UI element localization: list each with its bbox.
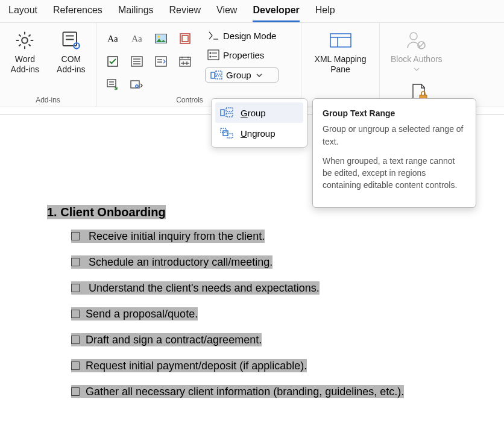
list-item: Draft and sign a contract/agreement.	[86, 334, 262, 346]
block-authors-button: Block Authors	[391, 29, 443, 72]
com-addins-button[interactable]: COM Add-ins	[52, 29, 90, 75]
building-block-control-button[interactable]	[177, 31, 194, 46]
svg-rect-45	[221, 110, 224, 116]
rich-text-control-button[interactable]: Aa	[104, 31, 121, 46]
svg-point-6	[157, 36, 160, 38]
svg-rect-36	[216, 71, 222, 74]
xml-mapping-icon	[329, 29, 352, 52]
ribbon-tabs: Layout References Mailings Review View D…	[0, 0, 504, 23]
svg-rect-17	[180, 57, 191, 66]
ribbon-group-mapping: XML Mapping Pane	[301, 23, 380, 107]
tab-mailings[interactable]: Mailings	[118, 5, 154, 22]
checkbox-icon	[71, 336, 80, 344]
word-addins-button[interactable]: Word Add-ins	[6, 29, 44, 75]
checkbox-icon	[71, 232, 80, 240]
properties-icon	[207, 49, 219, 60]
plain-text-control-button[interactable]: Aa	[128, 31, 145, 46]
tab-developer[interactable]: Developer	[253, 5, 299, 22]
ungroup-icon	[220, 128, 233, 139]
tab-review[interactable]: Review	[169, 5, 201, 22]
tooltip-title: Group Text Range	[323, 107, 466, 119]
design-mode-button[interactable]: Design Mode	[205, 29, 279, 42]
svg-rect-24	[107, 80, 116, 87]
group-dropdown: GGrouproup UUngroupngroup	[211, 98, 307, 148]
design-mode-icon	[207, 30, 219, 41]
authors-icon	[405, 29, 428, 52]
group-tooltip: Group Text Range Group or ungroup a sele…	[312, 98, 476, 208]
dropdown-ungroup[interactable]: UUngroupngroup	[215, 123, 303, 143]
svg-point-28	[136, 85, 138, 87]
svg-rect-38	[330, 34, 351, 47]
svg-rect-47	[226, 113, 233, 117]
dropdown-group-label: GGrouproup	[241, 108, 266, 118]
date-picker-control-button[interactable]	[177, 54, 194, 69]
repeating-section-control-button[interactable]	[104, 77, 121, 92]
tab-help[interactable]: Help	[315, 5, 335, 22]
xml-mapping-button[interactable]: XML Mapping Pane	[312, 29, 368, 75]
properties-gear-icon	[60, 29, 83, 52]
svg-rect-35	[211, 72, 215, 78]
legacy-tools-button[interactable]	[128, 77, 145, 92]
ribbon-group-controls: Aa Aa	[96, 23, 301, 107]
svg-rect-8	[182, 36, 188, 42]
group-label: Group	[226, 70, 251, 80]
chevron-down-icon	[414, 67, 420, 72]
ribbon-group-protect: Block Authors Restrict Editing	[380, 23, 458, 107]
chevron-down-icon	[256, 72, 262, 78]
svg-line-43	[419, 43, 424, 48]
document-content[interactable]: 1. Client Onboarding Receive initial inq…	[0, 205, 504, 398]
group-icon	[220, 107, 233, 118]
svg-point-33	[210, 56, 211, 57]
checkbox-control-button[interactable]	[104, 54, 121, 69]
group-icon	[210, 70, 222, 80]
svg-rect-37	[216, 76, 222, 79]
tooltip-p2: When grouped, a text range cannot be edi…	[323, 155, 466, 192]
block-authors-label: Block Authors	[391, 54, 443, 64]
doc-heading: 1. Client Onboarding	[47, 205, 166, 219]
checkbox-icon	[71, 387, 80, 396]
tab-references[interactable]: References	[53, 5, 102, 22]
group-button[interactable]: Group	[205, 67, 279, 83]
word-addins-label: Word Add-ins	[6, 54, 44, 75]
list-item: Schedule an introductory call/meeting.	[89, 256, 272, 268]
tab-view[interactable]: View	[216, 5, 237, 22]
tooltip-p1: Group or ungroup a selected range of tex…	[323, 123, 466, 148]
properties-label: Properties	[223, 50, 264, 60]
list-item: Receive initial inquiry from the client.	[89, 230, 265, 242]
checkbox-icon	[71, 284, 80, 292]
svg-point-0	[22, 37, 28, 43]
list-item: Gather all necessary client information …	[86, 386, 404, 398]
list-item: Send a proposal/quote.	[86, 308, 198, 320]
svg-point-41	[410, 33, 417, 40]
checkbox-icon	[71, 310, 80, 318]
design-mode-label: Design Mode	[223, 31, 276, 41]
checkbox-icon	[71, 361, 80, 370]
dropdown-group[interactable]: GGrouproup	[215, 102, 303, 123]
gear-icon	[13, 29, 36, 52]
dropdown-control-button[interactable]	[153, 54, 169, 69]
com-addins-label: COM Add-ins	[52, 54, 90, 75]
properties-button[interactable]: Properties	[205, 48, 279, 61]
ribbon: Word Add-ins COM Add-ins Add-ins Aa Aa	[0, 23, 504, 107]
list-item: Request initial payment/deposit (if appl…	[86, 360, 307, 372]
dropdown-ungroup-label: UUngroupngroup	[241, 128, 276, 139]
svg-rect-46	[226, 108, 233, 111]
svg-rect-50	[223, 131, 228, 136]
svg-point-31	[210, 52, 211, 54]
checkbox-icon	[71, 258, 80, 266]
picture-control-button[interactable]	[153, 31, 169, 46]
ribbon-group-addins: Word Add-ins COM Add-ins Add-ins	[0, 23, 96, 107]
combobox-control-button[interactable]	[128, 54, 145, 69]
tab-layout[interactable]: Layout	[8, 5, 37, 22]
svg-rect-30	[208, 50, 219, 60]
xml-mapping-label: XML Mapping Pane	[312, 54, 368, 75]
list-item: Understand the client's needs and expect…	[89, 282, 320, 294]
